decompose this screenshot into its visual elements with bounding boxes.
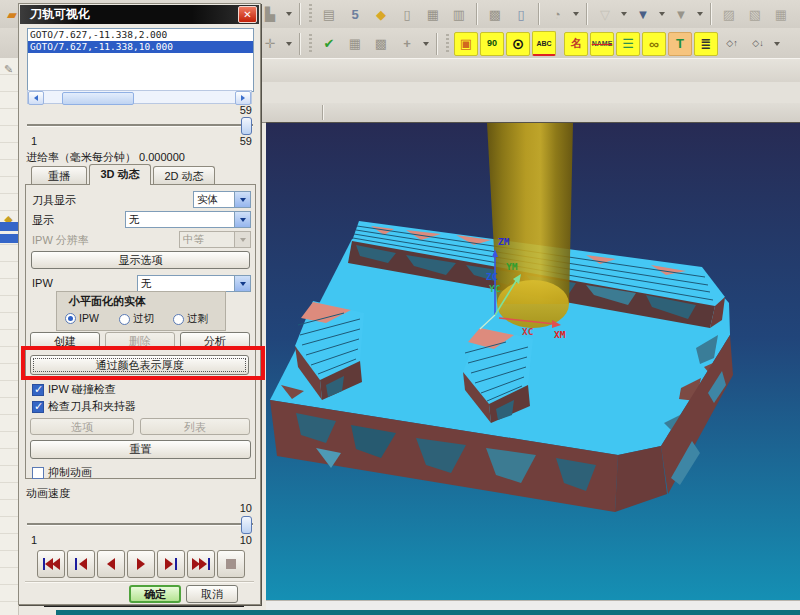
speed-max-label: 10 [240, 502, 252, 514]
graphics-viewport[interactable]: ZM ZC YM YC XC XM [266, 122, 800, 601]
dropdown-caret-icon[interactable] [697, 12, 703, 16]
close-icon[interactable]: ✕ [238, 6, 257, 23]
edit-object-display-icon[interactable]: ▣ [454, 32, 478, 56]
suppress-animation-row[interactable]: 抑制动画 [32, 465, 92, 480]
scrollbar-thumb[interactable] [62, 92, 134, 105]
ipw-collision-check-row[interactable]: IPW 碰撞检查 [32, 382, 116, 397]
ipw-combo[interactable]: 无 [137, 275, 251, 292]
go-to-start-button[interactable] [37, 550, 65, 578]
checkbox-icon[interactable] [32, 467, 44, 479]
scroll-left-icon[interactable] [28, 91, 44, 105]
radio-excess[interactable]: 过剩 [173, 312, 208, 326]
fixture-a-icon[interactable]: ▨ [717, 2, 741, 26]
display-options-button[interactable]: 显示选项 [31, 251, 250, 269]
blank-down-icon[interactable]: ◇↓ [746, 32, 770, 56]
radio-icon[interactable] [119, 314, 130, 325]
cancel-button[interactable]: 取消 [186, 585, 238, 603]
dropdown-caret-icon[interactable] [621, 12, 627, 16]
sketch-tool-icon[interactable]: ✎ [1, 62, 16, 76]
axis-label-zm: ZM [498, 236, 510, 247]
play-reverse-button[interactable] [97, 550, 125, 578]
dropdown-caret-icon[interactable] [286, 42, 292, 46]
check-tool-holder-row[interactable]: 检查刀具和夹持器 [32, 399, 136, 414]
dialog-title[interactable]: 刀轨可视化 [20, 5, 259, 24]
list-item-selected[interactable]: GOTO/7.627,-11.338,10.000 [28, 41, 253, 53]
grid-block-icon[interactable]: ▩ [369, 32, 393, 56]
selected-row-fragment [0, 222, 18, 231]
progress-slider-thumb[interactable] [241, 117, 252, 135]
hide-name-icon[interactable]: NAME [590, 32, 614, 56]
combo-arrow-icon[interactable] [234, 276, 250, 291]
feedrate-label: 进给率（毫米每分钟） [26, 151, 136, 163]
dropdown-caret-icon[interactable] [573, 12, 579, 16]
cutting-tool-tip [497, 280, 569, 328]
clock-icon[interactable]: ◔ [545, 2, 569, 26]
copy-block-icon[interactable]: ▦ [343, 32, 367, 56]
machine-tool-view-icon[interactable]: ▩ [483, 2, 507, 26]
fixture-c-icon[interactable]: ▦ [769, 2, 793, 26]
adjust-icon[interactable]: ✛ [258, 32, 282, 56]
scroll-right-icon[interactable] [235, 91, 251, 105]
funnel-blue-icon[interactable]: ▼ [631, 2, 655, 26]
ok-button[interactable]: 确定 [129, 585, 181, 603]
brush-icon[interactable]: ☰ [616, 32, 640, 56]
faceted-solid-title: 小平面化的实体 [69, 294, 146, 309]
progress-max-label: 59 [240, 104, 252, 116]
list-item[interactable]: GOTO/7.627,-11.338,2.000 [28, 29, 253, 41]
toolpath-motion-list[interactable]: GOTO/7.627,-11.338,2.000 GOTO/7.627,-11.… [27, 28, 254, 92]
generate-toolpath-icon[interactable]: ▤ [317, 2, 341, 26]
tool-display-combo[interactable]: 实体 [193, 191, 251, 208]
funnel-light-icon[interactable]: ▽ [593, 2, 617, 26]
rename-icon[interactable]: 名 [564, 32, 588, 56]
progress-slider[interactable] [27, 116, 253, 134]
shop-documentation-icon[interactable]: ▥ [447, 2, 471, 26]
unblank-up-icon[interactable]: ◇↑ [720, 32, 744, 56]
goggles-icon[interactable]: ∞ [642, 32, 666, 56]
step-forward-button[interactable] [157, 550, 185, 578]
feedrate-value: 0.000000 [139, 151, 185, 163]
checkbox-icon[interactable] [32, 384, 44, 396]
csys-icon[interactable]: + [395, 32, 419, 56]
machine-simulation-icon[interactable]: ▦ [421, 2, 445, 26]
tab-2d-dynamic[interactable]: 2D 动态 [153, 166, 215, 185]
dropdown-caret-icon[interactable] [286, 12, 292, 16]
ipw-resolution-combo: 中等 [179, 231, 251, 248]
animation-speed-slider[interactable] [27, 515, 253, 533]
reset-button[interactable]: 重置 [30, 440, 251, 459]
power-toggle-icon[interactable]: ⊙ [506, 32, 530, 56]
information-list-icon[interactable]: ≣ [694, 32, 718, 56]
postprocess-icon[interactable]: ▯ [395, 2, 419, 26]
radio-gouge[interactable]: 过切 [119, 312, 154, 326]
text-case-abc-icon[interactable]: ABC [532, 31, 556, 56]
tool-clamp-icon[interactable]: ▙ [258, 2, 282, 26]
report-icon[interactable]: ▯ [509, 2, 533, 26]
fixture-b-icon[interactable]: ▧ [743, 2, 767, 26]
fixture-d-icon[interactable]: ▩ [795, 2, 800, 26]
radio-icon[interactable] [65, 313, 76, 324]
radio-ipw[interactable]: IPW [65, 312, 99, 324]
list-horizontal-scrollbar[interactable] [27, 90, 252, 104]
combo-arrow-icon[interactable] [234, 192, 250, 207]
ipw-resolution-label: IPW 分辨率 [32, 233, 89, 248]
go-to-end-button[interactable] [187, 550, 215, 578]
funnel-gray-icon[interactable]: ▼ [669, 2, 693, 26]
hammer-tools-icon[interactable]: T [668, 32, 692, 56]
edit-toolpath-icon[interactable]: 5 [343, 2, 367, 26]
dropdown-caret-icon[interactable] [423, 42, 429, 46]
play-forward-button[interactable] [127, 550, 155, 578]
radio-icon[interactable] [173, 314, 184, 325]
speed-slider-thumb[interactable] [241, 516, 252, 534]
verify-toolpath-icon[interactable]: ◆ [369, 2, 393, 26]
combo-arrow-icon[interactable] [234, 212, 250, 227]
tab-3d-dynamic[interactable]: 3D 动态 [89, 164, 151, 185]
rotate-90-icon[interactable]: 90 [480, 32, 504, 56]
dropdown-caret-icon[interactable] [659, 12, 665, 16]
tab-replay[interactable]: 重播 [31, 166, 87, 185]
machining-scene: ZM ZC YM YC XC XM [266, 123, 800, 601]
ipw-label: IPW [32, 277, 53, 289]
display-combo[interactable]: 无 [125, 211, 251, 228]
step-back-button[interactable] [67, 550, 95, 578]
accept-check-icon[interactable]: ✔ [317, 32, 341, 56]
dropdown-caret-icon[interactable] [774, 42, 780, 46]
checkbox-icon[interactable] [32, 401, 44, 413]
